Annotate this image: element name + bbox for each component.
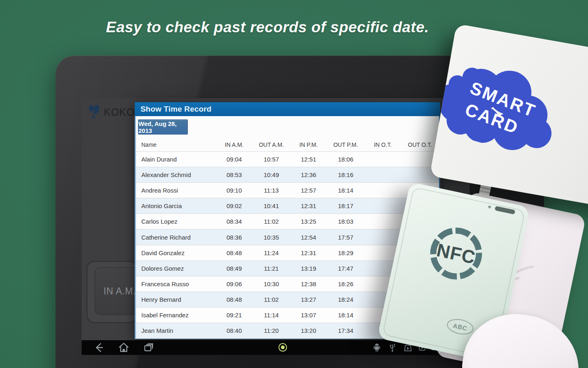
- time-cell: 17:47: [327, 265, 364, 272]
- table-row: Alexander Schmid08:5310:4912:3618:16: [136, 167, 439, 183]
- time-cell: 18:26: [327, 280, 364, 287]
- date-selector-button[interactable]: Wed, Aug 28, 2013: [138, 119, 188, 135]
- time-cell: 11:24: [253, 249, 290, 256]
- time-cell: 08:40: [216, 327, 253, 334]
- employee-name: Alain Durand: [136, 156, 216, 163]
- time-cell: 08:48: [216, 249, 253, 256]
- time-cell: 11:02: [253, 218, 290, 225]
- time-cell: 18:16: [327, 171, 364, 178]
- employee-name: Andrea Rossi: [136, 187, 216, 194]
- employee-name: Catherine Richard: [136, 234, 216, 241]
- column-header: IN O.T.: [364, 141, 401, 148]
- table-row: David Gonzalez08:4811:2412:3118:29: [136, 245, 439, 261]
- time-cell: 09:02: [216, 202, 253, 209]
- nfc-ring: NFC: [417, 215, 495, 292]
- column-header: OUT A.M.: [253, 141, 290, 148]
- column-header: IN A.M.: [216, 141, 253, 148]
- time-cell: 18:17: [327, 202, 364, 209]
- time-cell: 09:10: [216, 187, 253, 194]
- time-cell: 13:07: [290, 312, 327, 319]
- time-cell: 13:25: [290, 218, 327, 225]
- back-button-icon[interactable]: [92, 342, 106, 353]
- time-cell: 09:04: [216, 156, 253, 163]
- table-row: Andrea Rossi09:1011:1312:5718:14: [136, 183, 439, 198]
- time-cell: 08:34: [216, 218, 253, 225]
- time-cell: 18:24: [327, 296, 364, 303]
- time-cell: 11:13: [253, 187, 290, 194]
- time-cell: 11:21: [253, 265, 290, 272]
- time-cell: 11:20: [253, 327, 290, 334]
- time-cell: 12:31: [290, 249, 327, 256]
- time-cell: 11:02: [253, 296, 290, 303]
- column-header: Name: [136, 141, 216, 148]
- time-cell: 12:54: [290, 234, 327, 241]
- table-row: Carlos Lopez08:3411:0213:2518:03: [136, 214, 439, 229]
- dialog-title: Show Time Record: [135, 102, 440, 116]
- time-cell: 17:34: [327, 327, 364, 334]
- employee-name: Carlos Lopez: [136, 218, 216, 225]
- employee-name: Isabel Fernandez: [136, 312, 216, 319]
- employee-name: Jean Martin: [136, 327, 216, 334]
- time-cell: 12:36: [290, 171, 327, 178]
- time-cell: 11:14: [253, 312, 290, 319]
- smart-card-cloud: SMART CARD: [430, 49, 567, 161]
- time-cell: 10:57: [253, 156, 290, 163]
- time-cell: 17:57: [327, 234, 364, 241]
- abc-brand-text: ABC: [452, 322, 468, 332]
- recent-apps-icon[interactable]: [142, 342, 156, 353]
- time-cell: 08:53: [216, 171, 253, 178]
- employee-name: Alexander Schmid: [136, 171, 216, 178]
- employee-name: Dolores Gomez: [136, 265, 216, 272]
- time-cell: 13:19: [290, 265, 327, 272]
- time-cell: 10:41: [253, 202, 290, 209]
- time-cell: 13:20: [290, 327, 327, 334]
- time-cell: 12:38: [290, 280, 327, 287]
- android-debug-icon: [372, 342, 382, 353]
- time-cell: 18:06: [327, 156, 364, 163]
- employee-name: Henry Bernard: [136, 296, 216, 303]
- time-cell: 08:49: [216, 265, 253, 272]
- home-button-icon[interactable]: [117, 342, 131, 353]
- column-header: OUT O.T.: [401, 141, 439, 148]
- time-cell: 10:30: [253, 280, 290, 287]
- employee-name: Antonio Garcia: [136, 202, 216, 209]
- table-row: Alain Durand09:0410:5712:5118:06: [136, 152, 439, 167]
- time-cell: 18:03: [327, 218, 364, 225]
- time-cell: 09:21: [216, 312, 253, 319]
- nfc-label: NFC: [435, 240, 477, 268]
- employee-name: Francesca Russo: [136, 280, 216, 287]
- time-cell: 18:14: [327, 312, 364, 319]
- time-cell: 10:35: [253, 234, 290, 241]
- table-tennis-logo-icon: [88, 105, 101, 119]
- time-cell: 09:06: [216, 280, 253, 287]
- time-cell: 12:57: [290, 187, 327, 194]
- time-cell: 13:27: [290, 296, 327, 303]
- time-cell: 18:29: [327, 249, 364, 256]
- table-row: Catherine Richard08:3610:3512:5417:57: [136, 229, 439, 245]
- time-cell: 18:14: [327, 187, 364, 194]
- table-row: Antonio Garcia09:0210:4112:3118:17: [136, 198, 439, 214]
- column-header: IN P.M.: [290, 141, 327, 148]
- time-cell: 12:31: [290, 202, 327, 209]
- employee-name: David Gonzalez: [136, 249, 216, 256]
- time-cell: 08:36: [216, 234, 253, 241]
- usb-icon: [387, 342, 398, 353]
- time-cell: 10:49: [253, 171, 290, 178]
- table-header-row: NameIN A.M.OUT A.M.IN P.M.OUT P.M.IN O.T…: [136, 138, 439, 152]
- screen-record-indicator: [278, 343, 287, 352]
- time-cell: 12:51: [290, 156, 327, 163]
- column-header: OUT P.M.: [327, 141, 364, 148]
- time-cell: 08:48: [216, 296, 253, 303]
